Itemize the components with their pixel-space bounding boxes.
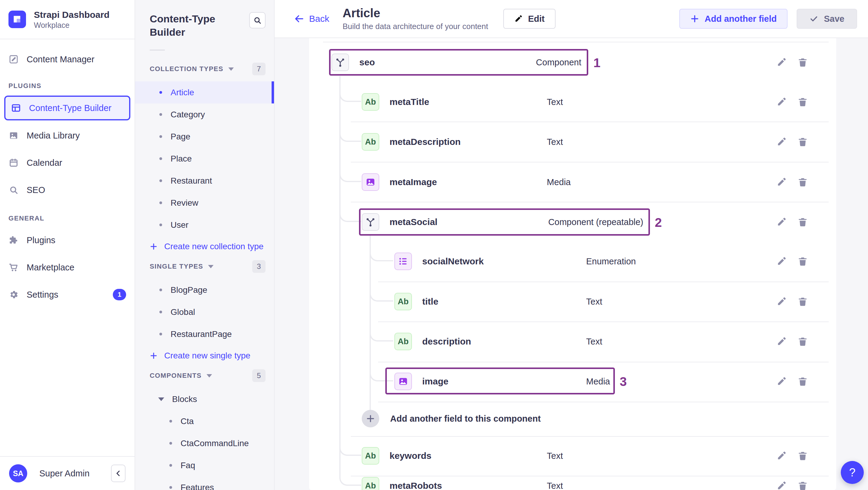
help-label: ?	[849, 466, 855, 479]
group-single-types[interactable]: SINGLE TYPES 3	[135, 260, 274, 273]
delete-field-button[interactable]	[798, 97, 808, 107]
strapi-logo-icon	[8, 10, 26, 28]
sidebar-item-media-library[interactable]: Media Library	[0, 125, 134, 146]
field-name: metaDescription	[390, 137, 461, 147]
delete-field-button[interactable]	[798, 451, 808, 461]
add-field-to-component-button[interactable]: Add another field to this component	[309, 405, 836, 432]
create-collection-type-link[interactable]: Create new collection type	[135, 236, 274, 257]
sidebar-item-place[interactable]: Place	[135, 148, 274, 170]
create-link-label: Create new single type	[164, 351, 250, 361]
pencil-icon	[776, 451, 787, 461]
edit-field-button[interactable]	[776, 217, 787, 227]
edit-field-button[interactable]	[776, 481, 787, 490]
sidebar-item-review[interactable]: Review	[135, 192, 274, 214]
components-count: 5	[252, 369, 266, 382]
item-label: CtaCommandLine	[181, 438, 249, 448]
save-button[interactable]: Save	[797, 9, 857, 29]
sidebar-item-restaurant[interactable]: Restaurant	[135, 170, 274, 192]
sidebar-item-settings[interactable]: Settings 1	[0, 284, 134, 306]
field-name: seo	[359, 57, 375, 67]
delete-field-button[interactable]	[798, 177, 808, 187]
sidebar-item-label: Settings	[27, 290, 58, 300]
edit-field-button[interactable]	[776, 177, 787, 187]
field-name: metaTitle	[390, 97, 429, 107]
row-divider	[351, 202, 829, 202]
group-label: SINGLE TYPES	[150, 263, 203, 270]
sidebar-item-seo[interactable]: SEO	[0, 179, 134, 201]
main-sidebar: Strapi Dashboard Workplace Content Manag…	[0, 0, 135, 490]
edit-field-button[interactable]	[776, 336, 787, 347]
sidebar-item-article[interactable]: Article	[135, 81, 274, 103]
single-types-count: 3	[252, 260, 266, 273]
delete-field-button[interactable]	[798, 481, 808, 490]
sidebar-item-content-manager[interactable]: Content Manager	[0, 49, 134, 70]
field-name: metaSocial	[390, 217, 437, 227]
sidebar-item-faq[interactable]: Faq	[135, 454, 274, 477]
delete-field-button[interactable]	[798, 336, 808, 347]
field-name: socialNetwork	[422, 256, 484, 267]
edit-field-button[interactable]	[776, 256, 787, 267]
edit-field-button[interactable]	[776, 57, 787, 67]
page-header: Back Article Build the data architecture…	[275, 0, 868, 38]
sidebar-item-category[interactable]: Category	[135, 103, 274, 125]
sidebar-item-ctacommandline[interactable]: CtaCommandLine	[135, 432, 274, 454]
sidebar-item-content-type-builder[interactable]: Content-Type Builder	[4, 96, 130, 120]
calendar-icon	[8, 158, 19, 168]
edit-field-button[interactable]	[776, 137, 787, 147]
sidebar-item-restaurantpage[interactable]: RestaurantPage	[135, 323, 274, 345]
sidebar-item-blogpage[interactable]: BlogPage	[135, 279, 274, 301]
sidebar-item-page[interactable]: Page	[135, 125, 274, 148]
pencil-icon	[776, 297, 787, 307]
sidebar-item-user[interactable]: User	[135, 214, 274, 236]
sidebar-item-marketplace[interactable]: Marketplace	[0, 256, 134, 278]
add-another-field-button[interactable]: Add another field	[679, 9, 787, 29]
help-button[interactable]: ?	[841, 461, 864, 484]
delete-field-button[interactable]	[798, 57, 808, 67]
delete-field-button[interactable]	[798, 137, 808, 147]
sidebar-item-label: Media Library	[27, 131, 80, 141]
avatar[interactable]: SA	[9, 464, 27, 483]
edit-field-button[interactable]	[776, 451, 787, 461]
edit-label: Edit	[528, 14, 545, 24]
component-category-blocks[interactable]: Blocks	[135, 388, 274, 410]
group-components[interactable]: COMPONENTS 5	[135, 369, 274, 382]
sidebar-section-plugins: PLUGINS	[0, 79, 134, 93]
delete-field-button[interactable]	[798, 256, 808, 267]
field-row-title: Ab title Text	[309, 288, 836, 315]
page-title: Article	[343, 7, 488, 19]
pencil-icon	[514, 14, 523, 23]
sidebar-item-label: Plugins	[27, 235, 55, 245]
sidebar-item-features[interactable]: Features	[135, 477, 274, 490]
save-label: Save	[824, 14, 844, 24]
back-button[interactable]: Back	[294, 13, 329, 24]
collapse-sidebar-button[interactable]	[111, 465, 125, 482]
trash-icon	[798, 217, 808, 227]
row-divider	[351, 162, 829, 162]
user-name: Super Admin	[39, 468, 90, 479]
sidebar-item-global[interactable]: Global	[135, 301, 274, 323]
pencil-icon	[776, 481, 787, 490]
category-label: Blocks	[172, 394, 197, 404]
create-single-type-link[interactable]: Create new single type	[135, 345, 274, 366]
content-type-builder-icon	[11, 103, 21, 113]
sidebar-item-cta[interactable]: Cta	[135, 410, 274, 432]
text-field-icon: Ab	[362, 477, 379, 490]
trash-icon	[798, 137, 808, 147]
search-button[interactable]	[249, 12, 266, 28]
media-field-icon	[362, 173, 379, 191]
group-collection-types[interactable]: COLLECTION TYPES 7	[135, 63, 274, 75]
field-type: Text	[586, 297, 602, 307]
delete-field-button[interactable]	[798, 297, 808, 307]
delete-field-button[interactable]	[798, 376, 808, 387]
row-divider	[351, 122, 829, 122]
edit-field-button[interactable]	[776, 297, 787, 307]
field-row-metasocial: metaSocial Component (repeatable)	[309, 208, 836, 236]
edit-button[interactable]: Edit	[503, 9, 556, 29]
sidebar-item-calendar[interactable]: Calendar	[0, 152, 134, 174]
edit-field-button[interactable]	[776, 376, 787, 387]
gear-icon	[8, 289, 19, 300]
delete-field-button[interactable]	[798, 217, 808, 227]
sidebar-item-plugins[interactable]: Plugins	[0, 229, 134, 251]
edit-field-button[interactable]	[776, 97, 787, 107]
bullet-icon	[159, 223, 162, 226]
